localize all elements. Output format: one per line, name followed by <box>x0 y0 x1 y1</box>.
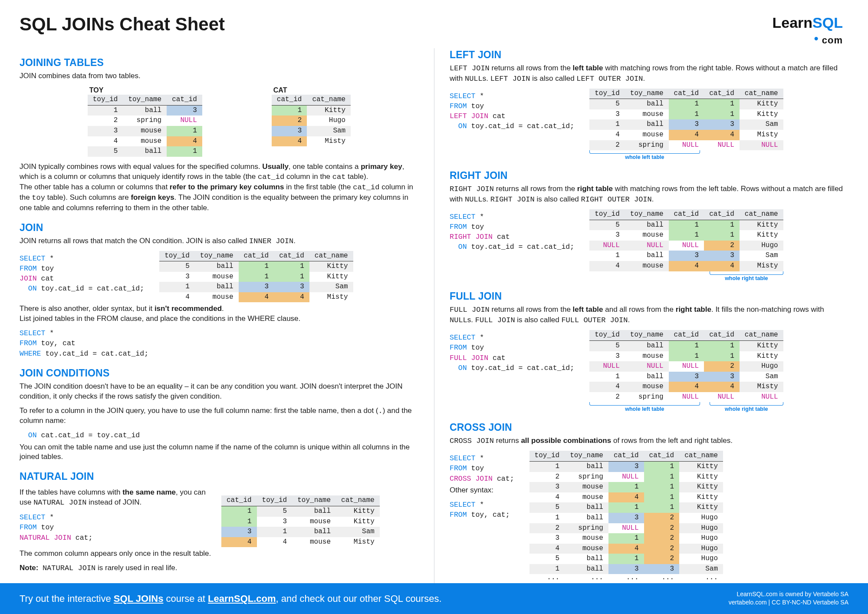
p-nat-1: If the tables have columns with the same… <box>20 488 206 508</box>
p-cond-2: To refer to a column in the JOIN query, … <box>20 406 419 426</box>
h-right-join: RIGHT JOIN <box>450 169 848 182</box>
h-cross-join: CROSS JOIN <box>450 421 848 434</box>
h-join-conditions: JOIN CONDITIONS <box>20 366 419 380</box>
logo-sql: SQL <box>812 14 843 31</box>
code-full: SELECT * FROM toy FULL JOIN cat ON toy.c… <box>450 333 574 373</box>
cat-table: cat_idcat_name 1Kitty2Hugo3Sam4Misty <box>272 95 351 146</box>
p-other-syntax: Other syntax: <box>450 485 514 495</box>
link-course[interactable]: SQL JOINs <box>114 593 164 604</box>
p-nat-2: The common column appears only once in t… <box>20 549 419 559</box>
code-cross: SELECT * FROM toy CROSS JOIN cat; <box>450 453 514 483</box>
toy-table: toy_idtoy_namecat_id 1ball32springNULL3m… <box>88 95 202 157</box>
left-column: JOINING TABLES JOIN combines data from t… <box>20 48 419 589</box>
p-cond-3: You can omit the table name and use just… <box>20 442 419 462</box>
result-cross: toy_idtoy_namecat_idcat_idcat_name1ball3… <box>529 451 723 584</box>
h-left-join: LEFT JOIN <box>450 48 848 62</box>
toy-label: TOY <box>88 86 202 95</box>
code-right: SELECT * FROM toy RIGHT JOIN cat ON toy.… <box>450 212 574 252</box>
p-full: FULL JOIN returns all rows from the left… <box>450 305 848 326</box>
code-left: SELECT * FROM toy LEFT JOIN cat ON toy.c… <box>450 91 574 131</box>
footer-credits: LearnSQL.com is owned by Vertabelo SA ve… <box>729 590 848 607</box>
h-full-join: FULL JOIN <box>450 290 848 303</box>
right-column: LEFT JOIN LEFT JOIN returns all rows fro… <box>434 48 848 589</box>
p-join-desc: JOIN returns all rows that match the ON … <box>20 236 419 247</box>
result-left: toy_idtoy_namecat_idcat_idcat_name5ball1… <box>589 89 783 151</box>
code-cond: ON cat.cat_id = toy.cat_id <box>20 430 419 440</box>
p-join-note1: There is also another, older syntax, but… <box>20 304 419 324</box>
footer-text: Try out the interactive SQL JOINs course… <box>20 592 442 605</box>
input-tables: TOY toy_idtoy_namecat_id 1ball32springNU… <box>20 86 419 157</box>
logo-com: • com <box>773 30 843 47</box>
logo-learn: Learn <box>773 14 813 31</box>
p-right: RIGHT JOIN returns all rows from the rig… <box>450 184 848 205</box>
code-join: SELECT * FROM toy JOIN cat ON toy.cat_id… <box>20 254 144 294</box>
result-full: toy_idtoy_namecat_idcat_idcat_name5ball1… <box>589 330 783 402</box>
code-join-old: SELECT * FROM toy, cat WHERE toy.cat_id … <box>20 328 419 358</box>
page-title: SQL JOINs Cheat Sheet <box>20 12 848 37</box>
h-join: JOIN <box>20 221 419 234</box>
p-nat-3: Note: NATURAL JOIN is rarely used in rea… <box>20 563 419 574</box>
result-join: toy_idtoy_namecat_idcat_idcat_name5ball1… <box>159 251 353 303</box>
h-joining-tables: JOINING TABLES <box>20 56 419 69</box>
result-natural: cat_idtoy_idtoy_namecat_name15ballKitty1… <box>221 495 380 547</box>
h-natural-join: NATURAL JOIN <box>20 470 419 483</box>
p-join-intro: JOIN combines data from two tables. <box>20 71 419 81</box>
result-right: toy_idtoy_namecat_idcat_idcat_name5ball1… <box>589 209 783 271</box>
logo: LearnSQL • com <box>773 13 843 47</box>
footer: Try out the interactive SQL JOINs course… <box>0 583 868 614</box>
p-cross: CROSS JOIN returns all possible combinat… <box>450 436 848 446</box>
link-site[interactable]: LearnSQL.com <box>208 593 276 604</box>
code-natural: SELECT * FROM toy NATURAL JOIN cat; <box>20 512 206 542</box>
p-cond-1: The JOIN condition doesn't have to be an… <box>20 382 419 402</box>
p-join-explain: JOIN typically combines rows with equal … <box>20 162 419 213</box>
p-left: LEFT JOIN returns all rows from the left… <box>450 63 848 84</box>
code-cross2: SELECT * FROM toy, cat; <box>450 500 514 520</box>
cat-label: CAT <box>272 86 351 95</box>
